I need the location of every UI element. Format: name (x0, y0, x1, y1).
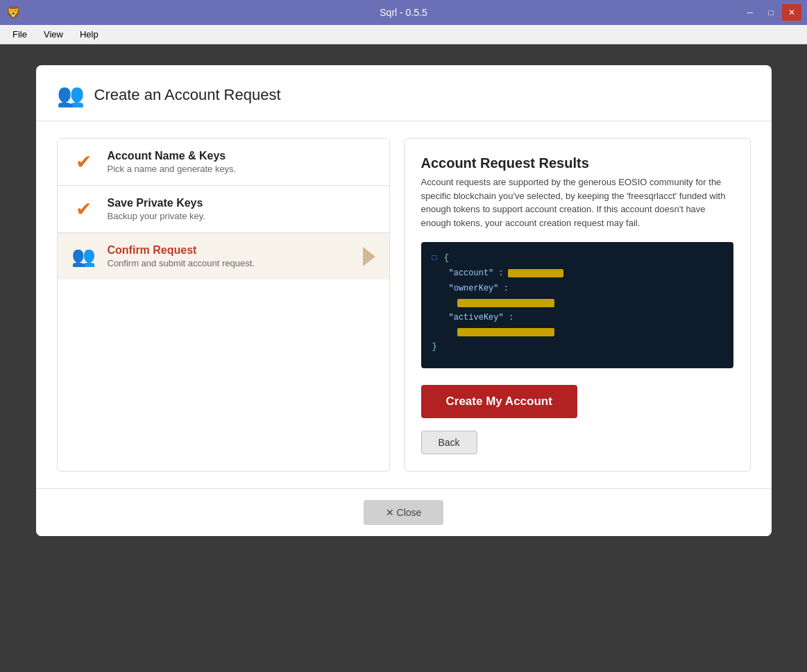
code-line-ownerkey-value (432, 299, 722, 307)
menu-view[interactable]: View (37, 27, 70, 42)
code-line-account: "account" : (432, 268, 722, 278)
step3-subtitle: Confirm and submit account request. (108, 258, 255, 268)
menu-help[interactable]: Help (73, 27, 105, 42)
main-background: 👥 Create an Account Request ✔ Account Na… (0, 44, 807, 672)
step3-arrow-icon (363, 247, 375, 266)
app-icon: 🦁 (6, 5, 21, 20)
titlebar-controls: ─ □ ✕ (740, 4, 801, 21)
titlebar-left: 🦁 (6, 5, 21, 20)
code-brace-open: { (444, 253, 449, 263)
step-account-name-keys: ✔ Account Name & Keys Pick a name and ge… (58, 139, 389, 186)
step2-info: Save Private Keys Backup your private ke… (108, 197, 205, 221)
minimize-button[interactable]: ─ (740, 4, 760, 21)
dialog-body: ✔ Account Name & Keys Pick a name and ge… (36, 121, 772, 488)
steps-panel: ✔ Account Name & Keys Pick a name and ge… (57, 138, 390, 472)
step1-title: Account Name & Keys (108, 150, 237, 162)
code-key-activekey: "activeKey" : (449, 313, 514, 322)
step1-check-icon: ✔ (71, 150, 96, 173)
code-line-open: □ { (432, 253, 722, 263)
close-button[interactable]: ✕ Close (364, 500, 444, 525)
code-block: □ { "account" : "ownerKey" : "active (421, 242, 733, 368)
step3-title: Confirm Request (108, 244, 255, 257)
titlebar-title: Sqrl - 0.5.5 (380, 7, 427, 18)
code-line-close: } (432, 342, 722, 352)
step2-subtitle: Backup your private key. (108, 211, 205, 221)
results-panel: Account Request Results Account requests… (404, 138, 751, 472)
step2-title: Save Private Keys (108, 197, 205, 209)
code-value-account (508, 269, 563, 277)
menubar: File View Help (0, 25, 807, 44)
code-key-ownerkey: "ownerKey" : (449, 284, 509, 293)
code-line-ownerkey: "ownerKey" : (432, 284, 722, 293)
dialog-footer: ✕ Close (36, 488, 772, 536)
code-value-activekey (457, 328, 554, 336)
code-indicator: □ (432, 253, 437, 263)
step1-info: Account Name & Keys Pick a name and gene… (108, 150, 237, 174)
titlebar: 🦁 Sqrl - 0.5.5 ─ □ ✕ (0, 0, 807, 25)
dialog-header-title: Create an Account Request (94, 86, 281, 104)
code-value-ownerkey (457, 299, 554, 307)
code-brace-close: } (432, 342, 437, 352)
menu-file[interactable]: File (6, 27, 34, 42)
dialog-header-icon: 👥 (57, 82, 85, 108)
maximize-button[interactable]: □ (761, 4, 781, 21)
step-save-private-keys: ✔ Save Private Keys Backup your private … (58, 186, 389, 233)
dialog-header: 👥 Create an Account Request (36, 65, 772, 121)
results-title: Account Request Results (421, 155, 733, 171)
step3-group-icon: 👥 (71, 245, 96, 268)
dialog: 👥 Create an Account Request ✔ Account Na… (36, 65, 772, 536)
code-line-activekey: "activeKey" : (432, 313, 722, 322)
step2-check-icon: ✔ (71, 198, 96, 221)
create-my-account-button[interactable]: Create My Account (421, 385, 577, 418)
step3-info: Confirm Request Confirm and submit accou… (108, 244, 255, 268)
close-window-button[interactable]: ✕ (782, 4, 801, 21)
code-line-activekey-value (432, 328, 722, 336)
results-description: Account requests are supported by the ge… (421, 175, 733, 230)
back-button[interactable]: Back (421, 431, 477, 454)
code-key-account: "account" : (449, 268, 504, 278)
step-confirm-request: 👥 Confirm Request Confirm and submit acc… (58, 233, 389, 279)
step1-subtitle: Pick a name and generate keys. (108, 164, 237, 174)
